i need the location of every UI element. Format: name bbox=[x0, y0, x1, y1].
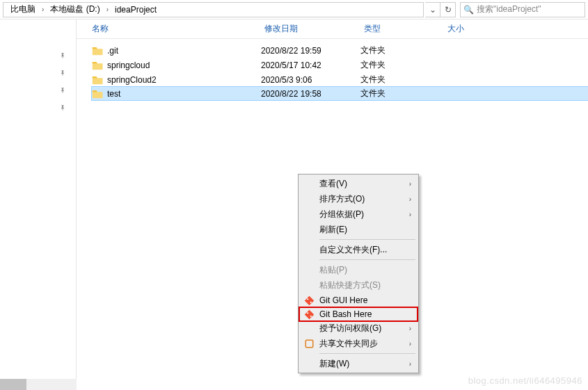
nav-sidebar bbox=[0, 19, 77, 390]
search-input[interactable]: 🔍 搜索"ideaProject" bbox=[460, 2, 585, 17]
ctx-git-bash[interactable]: Git Bash Here bbox=[299, 307, 418, 322]
chevron-right-icon: › bbox=[104, 6, 111, 13]
svg-point-3 bbox=[310, 315, 312, 316]
file-type: 文件夹 bbox=[360, 44, 444, 56]
file-date: 2020/5/3 9:06 bbox=[261, 75, 360, 85]
git-icon bbox=[304, 295, 315, 306]
git-icon bbox=[304, 309, 315, 320]
pin-icon bbox=[0, 86, 76, 103]
crumb-folder[interactable]: ideaProject bbox=[111, 3, 161, 17]
ctx-new[interactable]: 新建(W)› bbox=[300, 356, 417, 371]
separator bbox=[319, 239, 415, 240]
ctx-label: 排序方式(O) bbox=[319, 193, 365, 205]
file-date: 2020/8/22 19:58 bbox=[261, 89, 360, 99]
history-dropdown-icon[interactable]: ⌄ bbox=[425, 2, 440, 17]
search-icon: 🔍 bbox=[463, 5, 474, 15]
ctx-git-gui[interactable]: Git GUI Here bbox=[300, 293, 417, 308]
ctx-customize[interactable]: 自定义文件夹(F)... bbox=[300, 242, 417, 257]
file-row[interactable]: springCloud2 2020/5/3 9:06 文件夹 bbox=[92, 72, 588, 87]
file-type: 文件夹 bbox=[360, 88, 444, 99]
pin-icon bbox=[0, 68, 76, 86]
scrollbar-horizontal[interactable] bbox=[0, 379, 77, 390]
ctx-label: 共享文件夹同步 bbox=[319, 338, 378, 350]
sync-icon bbox=[304, 339, 315, 349]
file-name: test bbox=[107, 89, 120, 99]
file-name: springCloud2 bbox=[107, 75, 157, 85]
header-date[interactable]: 修改日期 bbox=[264, 23, 364, 35]
ctx-paste: 粘贴(P) bbox=[300, 262, 417, 277]
file-type: 文件夹 bbox=[360, 59, 444, 71]
scrollbar-thumb[interactable] bbox=[0, 379, 26, 390]
chevron-right-icon: › bbox=[409, 211, 411, 218]
separator bbox=[319, 353, 415, 354]
file-row[interactable]: .git 2020/8/22 19:59 文件夹 bbox=[92, 43, 588, 58]
chevron-right-icon: › bbox=[409, 325, 411, 332]
crumb-drive[interactable]: 本地磁盘 (D:) bbox=[46, 3, 104, 17]
file-type: 文件夹 bbox=[360, 74, 444, 86]
folder-icon bbox=[92, 75, 104, 85]
svg-point-2 bbox=[307, 312, 308, 314]
file-row[interactable]: springcloud 2020/5/17 10:42 文件夹 bbox=[92, 58, 588, 72]
breadcrumbs[interactable]: 比电脑 › 本地磁盘 (D:) › ideaProject bbox=[3, 2, 424, 17]
ctx-label: 自定义文件夹(F)... bbox=[319, 244, 387, 256]
ctx-label: 授予访问权限(G) bbox=[319, 323, 381, 334]
svg-rect-4 bbox=[305, 340, 313, 348]
ctx-label: 刷新(E) bbox=[319, 224, 347, 236]
file-row[interactable]: test 2020/8/22 19:58 文件夹 bbox=[91, 86, 588, 101]
header-name[interactable]: 名称 bbox=[92, 23, 264, 35]
context-menu: 查看(V)› 排序方式(O)› 分组依据(P)› 刷新(E) 自定义文件夹(F)… bbox=[298, 174, 419, 373]
separator bbox=[319, 259, 415, 260]
pin-icon bbox=[0, 51, 76, 68]
chevron-right-icon: › bbox=[409, 360, 411, 368]
file-date: 2020/5/17 10:42 bbox=[261, 60, 360, 70]
ctx-label: Git GUI Here bbox=[319, 295, 367, 305]
crumb-pc[interactable]: 比电脑 bbox=[6, 3, 40, 17]
ctx-label: Git Bash Here bbox=[319, 309, 372, 319]
chevron-right-icon: › bbox=[409, 195, 411, 203]
ctx-sort[interactable]: 排序方式(O)› bbox=[300, 191, 417, 206]
ctx-label: 分组依据(P) bbox=[319, 209, 364, 220]
svg-point-1 bbox=[310, 301, 312, 302]
ctx-grant-access[interactable]: 授予访问权限(G)› bbox=[300, 320, 417, 336]
file-date: 2020/8/22 19:59 bbox=[261, 46, 360, 56]
ctx-label: 粘贴(P) bbox=[319, 264, 347, 276]
ctx-view[interactable]: 查看(V)› bbox=[300, 176, 417, 191]
header-type[interactable]: 类型 bbox=[364, 23, 447, 35]
ctx-label: 新建(W) bbox=[319, 358, 349, 370]
chevron-right-icon: › bbox=[409, 340, 411, 348]
file-name: .git bbox=[107, 46, 118, 56]
chevron-right-icon: › bbox=[409, 180, 411, 188]
ctx-label: 粘贴快捷方式(S) bbox=[319, 279, 381, 291]
file-list: .git 2020/8/22 19:59 文件夹 springcloud 202… bbox=[77, 39, 588, 104]
address-bar: 比电脑 › 本地磁盘 (D:) › ideaProject ⌄ ↻ 🔍 搜索"i… bbox=[0, 0, 588, 19]
folder-icon bbox=[92, 60, 104, 70]
chevron-right-icon: › bbox=[40, 6, 46, 13]
ctx-sync[interactable]: 共享文件夹同步› bbox=[300, 336, 417, 351]
svg-point-0 bbox=[307, 298, 308, 300]
ctx-refresh[interactable]: 刷新(E) bbox=[300, 222, 417, 237]
file-name: springcloud bbox=[107, 60, 150, 70]
refresh-icon[interactable]: ↻ bbox=[440, 2, 456, 17]
search-placeholder: 搜索"ideaProject" bbox=[477, 3, 541, 15]
folder-icon bbox=[92, 46, 104, 56]
ctx-group[interactable]: 分组依据(P)› bbox=[300, 206, 417, 222]
pin-icon bbox=[0, 103, 76, 120]
ctx-paste-shortcut: 粘贴快捷方式(S) bbox=[300, 277, 417, 293]
column-headers: 名称 修改日期 类型 大小 bbox=[77, 19, 588, 39]
ctx-label: 查看(V) bbox=[319, 178, 347, 190]
header-size[interactable]: 大小 bbox=[447, 23, 503, 35]
folder-icon bbox=[92, 89, 104, 99]
